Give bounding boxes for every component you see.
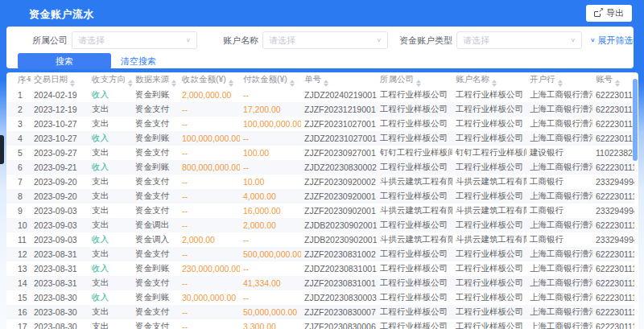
table-row[interactable]: 32023-10-27支出资金支付--100,000,000.00ZJZF202…	[6, 117, 634, 131]
column-header-2[interactable]: 交易日期	[31, 72, 89, 88]
cell-company: 工程行业样板公司	[377, 305, 452, 319]
cell-source: 资金支付	[132, 102, 179, 117]
table-row[interactable]: 172023-08-30支出资金支付--3,300.00ZJZF20230830…	[6, 319, 634, 329]
column-label: 数据来源	[135, 74, 169, 84]
column-header-7[interactable]: 单号	[301, 72, 377, 88]
cell-direction: 支出	[89, 102, 132, 117]
cell-bank: 上海工商银行漕河泾支行	[526, 247, 592, 261]
cell-order_no: ZJZF20230831001	[301, 276, 377, 290]
table-row[interactable]: 142023-08-31支出资金支付--41,334.00ZJZF2023083…	[6, 276, 634, 290]
cell-no: 12	[6, 247, 31, 261]
cell-bank: 上海工商银行漕河泾支行	[526, 88, 592, 102]
table-row[interactable]: 112023-09-03收入资金调入2,000.00--ZJDB20230902…	[6, 232, 634, 247]
column-header-4[interactable]: 数据来源	[132, 72, 179, 88]
column-header-9[interactable]: 账户名称	[452, 72, 526, 88]
cell-company: 工程行业样板公司	[377, 290, 452, 305]
column-label: 序号	[18, 75, 31, 84]
column-header-5[interactable]: 收款金额(¥)	[179, 72, 240, 88]
column-header-6[interactable]: 付款金额(¥)	[240, 72, 301, 88]
cell-account: 工程行业样板公司	[452, 247, 526, 261]
cell-paid: 17,200.00	[240, 102, 301, 117]
cell-account_no: 6222301111	[592, 88, 634, 102]
cell-received: --	[179, 204, 240, 218]
cell-company: 工程行业样板公司	[377, 160, 452, 175]
cell-account_no: 6222301111	[592, 189, 634, 204]
sort-icon[interactable]	[70, 80, 75, 87]
account-name-filter-label: 账户名称	[223, 35, 258, 47]
table-scrollbar-thumb[interactable]	[633, 79, 638, 161]
cell-paid: 100,000,000.00	[240, 117, 301, 131]
clear-search-button[interactable]: 清空搜索	[121, 56, 156, 68]
cell-order_no: ZJDZ20230830003	[301, 290, 377, 305]
sort-icon[interactable]	[492, 80, 497, 87]
cell-paid: 3,300.00	[240, 319, 301, 329]
table-row[interactable]: 72023-09-20支出资金支付--10.00ZJZF20230920002斗…	[6, 175, 634, 189]
table-row[interactable]: 92023-09-03支出资金支付--16,000.00ZJZF20230902…	[6, 204, 634, 218]
chevron-down-icon: ∨	[570, 37, 576, 43]
cell-bank: 上海工商银行漕河泾支行	[526, 305, 592, 319]
table-row[interactable]: 82023-09-20支出资金支付--4,000.00ZJZF202309200…	[6, 189, 634, 204]
cell-no: 1	[6, 88, 31, 102]
cell-account_no: 2332949941	[592, 175, 634, 189]
column-header-10[interactable]: 开户行	[526, 72, 592, 88]
table-row[interactable]: 22023-12-19支出资金支付--17,200.00ZJZF20231219…	[6, 102, 634, 117]
cell-account_no: 6222301111	[592, 261, 634, 276]
export-button[interactable]: ↗ 导出	[586, 5, 632, 22]
cell-order_no: ZJZF20230831002	[301, 247, 377, 261]
cell-source: 资金到账	[132, 160, 179, 175]
cell-date: 2023-08-31	[31, 247, 89, 261]
table-row[interactable]: 62023-09-21收入资金到账800,000,000.00--ZJDZ202…	[6, 160, 634, 175]
sort-icon[interactable]	[171, 80, 176, 87]
cell-date: 2023-09-03	[31, 218, 89, 232]
table-row[interactable]: 132023-08-31收入资金到账230,000,000.00--ZJDZ20…	[6, 261, 634, 276]
sort-icon[interactable]	[615, 80, 620, 87]
table-row[interactable]: 52023-09-27支出资金支付--100.00ZJZF20230927001…	[6, 146, 634, 160]
cell-order_no: ZJDB20230902001	[301, 218, 377, 232]
table-row[interactable]: 162023-08-30支出资金支付--50,000,000.00ZJZF202…	[6, 305, 634, 319]
account-type-select[interactable]: ∨	[456, 31, 582, 49]
expand-filters-link[interactable]: ∨ 展开筛选	[590, 35, 634, 47]
cell-order_no: ZJZF20230920001	[301, 189, 377, 204]
cell-bank: 上海工商银行漕河泾支行	[526, 319, 592, 329]
table-row[interactable]: 152023-08-30收入资金到账30,000,000.00--ZJDZ202…	[6, 290, 634, 305]
cell-no: 8	[6, 189, 31, 204]
cell-date: 2023-08-31	[31, 276, 89, 290]
company-select-input[interactable]	[78, 35, 182, 45]
cell-received: --	[179, 276, 240, 290]
column-label: 所属公司	[380, 74, 414, 84]
cell-paid: 500,000,000.00	[240, 247, 301, 261]
account-name-select-input[interactable]	[269, 35, 373, 45]
sort-icon[interactable]	[229, 80, 233, 87]
collapsed-drawer-handle[interactable]	[0, 135, 4, 164]
search-button[interactable]: 搜索	[18, 53, 111, 69]
table-row[interactable]: 42023-10-27收入资金到账100,000,000.00--ZJDZ202…	[6, 131, 634, 146]
company-filter-label: 所属公司	[32, 35, 68, 47]
sort-icon[interactable]	[290, 80, 295, 87]
cell-company: 工程行业样板公司	[377, 131, 452, 146]
sort-icon[interactable]	[128, 80, 132, 87]
table-row[interactable]: 102023-09-03支出资金调出--2,000.00ZJDB20230902…	[6, 218, 634, 232]
sort-icon[interactable]	[324, 80, 328, 87]
cell-bank: 上海工商银行漕河泾支行	[526, 276, 592, 290]
cell-direction: 支出	[89, 276, 132, 290]
column-header-8[interactable]: 所属公司	[377, 72, 452, 88]
sort-icon[interactable]	[558, 80, 563, 87]
cell-account_no: 6222301111	[592, 131, 634, 146]
cell-no: 4	[6, 131, 31, 146]
company-select[interactable]: ∨	[72, 31, 197, 49]
cell-source: 资金支付	[132, 204, 179, 218]
cell-received: 2,000,000.00	[179, 88, 240, 102]
table-row[interactable]: 122023-08-31支出资金支付--500,000,000.00ZJZF20…	[6, 247, 634, 261]
cell-paid: --	[240, 261, 301, 276]
account-name-select[interactable]: ∨	[262, 31, 388, 49]
sort-icon[interactable]	[416, 80, 421, 87]
cell-account: 工程行业样板公司	[452, 305, 526, 319]
cell-source: 资金到账	[132, 131, 179, 146]
table-row[interactable]: 12024-02-19收入资金到账2,000,000.00--ZJDZ20240…	[6, 88, 634, 102]
cell-date: 2023-08-30	[31, 290, 89, 305]
cell-account_no: 2332949941	[592, 204, 634, 218]
cell-company: 斗拱云建筑工程有限公司	[377, 204, 452, 218]
column-header-3[interactable]: 收支方向	[89, 72, 132, 88]
column-header-11[interactable]: 账号	[592, 72, 634, 88]
account-type-select-input[interactable]	[463, 35, 567, 45]
